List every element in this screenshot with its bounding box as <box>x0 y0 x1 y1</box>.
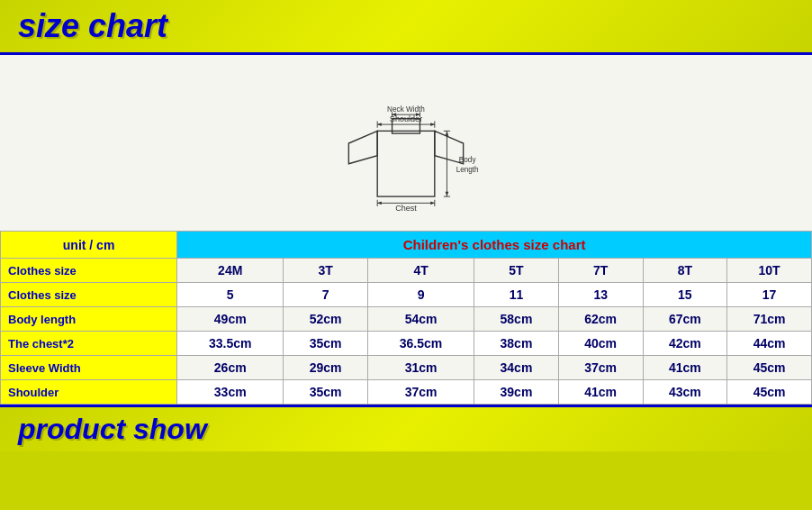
cell-value: 40cm <box>558 332 643 356</box>
size-diagram: Shoulder Neck Width Body Length Chest <box>316 71 496 215</box>
cell-value: 5 <box>177 283 284 307</box>
row-label: Clothes size <box>1 259 177 283</box>
svg-marker-23 <box>430 201 435 205</box>
cell-value: 24M <box>177 259 284 283</box>
cell-value: 39cm <box>474 380 559 405</box>
row-label: Sleeve Width <box>1 356 177 380</box>
cell-value: 41cm <box>643 356 727 380</box>
svg-marker-2 <box>348 131 377 163</box>
svg-marker-18 <box>446 191 449 196</box>
table-row: Body length49cm52cm54cm58cm62cm67cm71cm <box>1 307 812 332</box>
row-label: Clothes size <box>1 283 177 307</box>
cell-value: 62cm <box>558 307 643 332</box>
cell-value: 17 <box>727 283 812 307</box>
cell-value: 71cm <box>727 307 812 332</box>
table-row: Clothes size24M3T4T5T7T8T10T <box>1 259 812 283</box>
cell-value: 52cm <box>284 307 368 332</box>
cell-value: 13 <box>558 283 643 307</box>
cell-value: 15 <box>643 283 727 307</box>
cell-value: 45cm <box>727 356 812 380</box>
cell-value: 43cm <box>643 380 727 405</box>
table-section: unit / cm Children's clothes size chart … <box>0 231 812 405</box>
cell-value: 33cm <box>177 380 284 405</box>
cell-value: 54cm <box>367 307 474 332</box>
row-label: The chest*2 <box>1 332 177 356</box>
cell-value: 44cm <box>727 332 812 356</box>
size-table: unit / cm Children's clothes size chart … <box>0 231 812 405</box>
cell-value: 38cm <box>474 332 559 356</box>
footer-title: product show <box>18 413 794 446</box>
cell-value: 11 <box>474 283 559 307</box>
svg-marker-7 <box>377 123 382 126</box>
cell-value: 37cm <box>558 356 643 380</box>
cell-value: 37cm <box>367 380 474 405</box>
cell-value: 9 <box>367 283 474 307</box>
cell-value: 7 <box>284 283 368 307</box>
shoulder-label: Shoulder <box>390 114 422 123</box>
cell-value: 41cm <box>558 380 643 405</box>
header-banner: size chart <box>0 0 812 55</box>
cell-value: 4T <box>367 259 474 283</box>
body-length-label: Body <box>459 155 477 163</box>
cell-value: 42cm <box>643 332 727 356</box>
cell-value: 49cm <box>177 307 284 332</box>
table-header-row: unit / cm Children's clothes size chart <box>1 232 812 259</box>
cell-value: 33.5cm <box>177 332 284 356</box>
row-label: Shoulder <box>1 380 177 405</box>
svg-marker-22 <box>377 201 382 205</box>
cell-value: 7T <box>558 259 643 283</box>
chest-label: Chest <box>395 204 417 213</box>
chart-title: Children's clothes size chart <box>177 232 812 259</box>
footer-banner: product show <box>0 405 812 451</box>
row-label: Body length <box>1 307 177 332</box>
cell-value: 10T <box>727 259 812 283</box>
cell-value: 67cm <box>643 307 727 332</box>
table-row: The chest*233.5cm35cm36.5cm38cm40cm42cm4… <box>1 332 812 356</box>
svg-marker-8 <box>430 123 435 126</box>
cell-value: 35cm <box>284 332 368 356</box>
neck-width-label: Neck Width <box>387 105 425 114</box>
table-row: Sleeve Width26cm29cm31cm34cm37cm41cm45cm <box>1 356 812 380</box>
unit-label: unit / cm <box>1 232 177 259</box>
cell-value: 31cm <box>367 356 474 380</box>
cell-value: 3T <box>284 259 368 283</box>
cell-value: 34cm <box>474 356 559 380</box>
page-title: size chart <box>18 7 794 45</box>
table-row: Clothes size57911131517 <box>1 283 812 307</box>
svg-rect-0 <box>377 131 435 196</box>
cell-value: 29cm <box>284 356 368 380</box>
cell-value: 58cm <box>474 307 559 332</box>
body-length-label2: Length <box>456 165 479 173</box>
cell-value: 36.5cm <box>367 332 474 356</box>
cell-value: 45cm <box>727 380 812 405</box>
cell-value: 8T <box>643 259 727 283</box>
table-row: Shoulder33cm35cm37cm39cm41cm43cm45cm <box>1 380 812 405</box>
diagram-section: Shoulder Neck Width Body Length Chest <box>0 55 812 231</box>
cell-value: 35cm <box>284 380 368 405</box>
svg-marker-17 <box>446 131 449 135</box>
cell-value: 5T <box>474 259 559 283</box>
cell-value: 26cm <box>177 356 284 380</box>
